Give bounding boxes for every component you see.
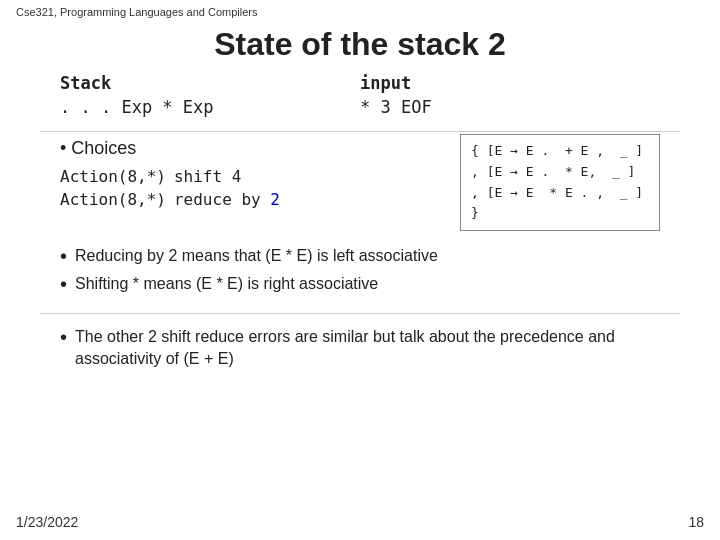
choices-section: • Choices Action(8,*) shift 4 Action(8,*… [0, 138, 720, 231]
action-name-1: Action(8,*) [60, 167, 166, 186]
action-desc-1: shift 4 [174, 167, 241, 186]
bullet-item-1: • Reducing by 2 means that (E * E) is le… [60, 245, 660, 267]
action-name-2: Action(8,*) [60, 190, 166, 209]
footer: 1/23/2022 18 [16, 514, 704, 530]
bullet-text-2: Shifting * means (E * E) is right associ… [75, 273, 378, 295]
bullet-text-3: The other 2 shift reduce errors are simi… [75, 326, 660, 369]
footer-page: 18 [688, 514, 704, 530]
bullet-text-1: Reducing by 2 means that (E * E) is left… [75, 245, 438, 267]
course-header: Cse321, Programming Languages and Compil… [0, 0, 720, 20]
page-title: State of the stack 2 [0, 20, 720, 73]
bullet-dot-3: • [60, 326, 67, 348]
input-value: * 3 EOF [360, 97, 432, 117]
choices-left: • Choices Action(8,*) shift 4 Action(8,*… [60, 138, 440, 213]
input-column: input * 3 EOF [360, 73, 432, 117]
grammar-box: { [E → E . + E , _ ] , [E → E . * E, _ ]… [460, 134, 660, 231]
bullet-item-3: • The other 2 shift reduce errors are si… [60, 326, 660, 369]
bullet-item-2: • Shifting * means (E * E) is right asso… [60, 273, 660, 295]
bullet-section-2: • The other 2 shift reduce errors are si… [0, 320, 720, 381]
bullet-dot-1: • [60, 245, 67, 267]
section-divider-2 [40, 313, 680, 314]
stack-label: Stack [60, 73, 280, 93]
bullets-section: • Reducing by 2 means that (E * E) is le… [0, 239, 720, 307]
action-line-1: Action(8,*) shift 4 [60, 167, 440, 186]
stack-input-section: Stack . . . Exp * Exp input * 3 EOF [0, 73, 720, 117]
action-line-2: Action(8,*) reduce by 2 [60, 190, 440, 209]
section-divider [40, 131, 680, 132]
choices-title: • Choices [60, 138, 440, 159]
action-number: 2 [270, 190, 280, 209]
action-desc-2: reduce by 2 [174, 190, 280, 209]
footer-date: 1/23/2022 [16, 514, 78, 530]
stack-column: Stack . . . Exp * Exp [60, 73, 280, 117]
bullet-dot-2: • [60, 273, 67, 295]
stack-value: . . . Exp * Exp [60, 97, 280, 117]
input-label: input [360, 73, 432, 93]
